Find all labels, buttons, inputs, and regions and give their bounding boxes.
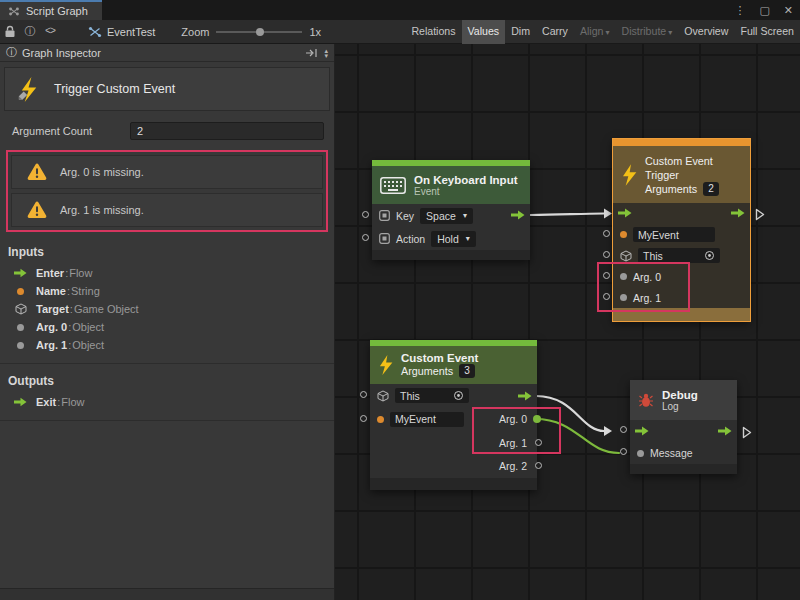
- input-port[interactable]: [360, 415, 367, 422]
- input-port[interactable]: [603, 272, 610, 279]
- overview-button[interactable]: Overview: [678, 20, 734, 44]
- node-custom-event[interactable]: Custom Event Arguments3 This MyEvent Arg…: [370, 340, 537, 490]
- dim-button[interactable]: Dim: [505, 20, 536, 44]
- flow-output-port[interactable]: [518, 391, 532, 401]
- warning-icon: [27, 163, 47, 181]
- distribute-button[interactable]: Distribute▾: [615, 20, 678, 44]
- key-dropdown[interactable]: Space▾: [420, 208, 473, 224]
- input-port[interactable]: [603, 293, 610, 300]
- connection-listener-to-debug[interactable]: [536, 396, 604, 431]
- lightning-icon: [621, 164, 637, 186]
- align-button[interactable]: Align▾: [574, 20, 616, 44]
- action-dropdown[interactable]: Hold▾: [431, 231, 476, 247]
- node-subtitle: Event: [414, 186, 518, 197]
- node-trigger-custom-event[interactable]: Custom Event Trigger Arguments2 MyEvent …: [613, 139, 750, 321]
- message-input-port[interactable]: [620, 448, 627, 455]
- input-port[interactable]: [603, 251, 610, 258]
- unity-script-graph-window: Script Graph ⋮ ▢ ✕ ⓘ <> EventTest Zoom 1…: [0, 0, 800, 600]
- carry-button[interactable]: Carry: [536, 20, 574, 44]
- tab-script-graph[interactable]: Script Graph: [0, 0, 102, 20]
- pin-enter: Enter:Flow: [0, 264, 334, 282]
- node-header[interactable]: On Keyboard Input Event: [372, 166, 530, 204]
- caret-down-icon: ▾: [466, 234, 470, 243]
- arg1-output-port[interactable]: [535, 439, 542, 446]
- lock-icon[interactable]: [0, 20, 20, 44]
- window-menu-icon[interactable]: ⋮: [727, 4, 752, 17]
- graph-canvas[interactable]: On Keyboard Input Event Key Space▾ Actio…: [335, 44, 800, 600]
- zoom-slider-handle[interactable]: [256, 28, 264, 36]
- connection-arg0-to-message[interactable]: [535, 419, 619, 453]
- connection-arrowhead: [604, 209, 612, 219]
- input-port[interactable]: [603, 230, 610, 237]
- code-view-icon[interactable]: <>: [40, 20, 60, 44]
- connection-keyboard-to-trigger[interactable]: [530, 214, 604, 216]
- flow-input-port[interactable]: [618, 208, 632, 218]
- node-header[interactable]: Debug Log: [630, 380, 737, 420]
- pin-name: Name:String: [0, 282, 334, 300]
- target-picker-icon[interactable]: [453, 390, 464, 401]
- flow-continue-triangle-icon: [742, 425, 752, 443]
- graph-asset[interactable]: EventTest: [88, 26, 155, 38]
- arg2-output-port[interactable]: [535, 462, 542, 469]
- node-header[interactable]: Custom Event Trigger Arguments2: [613, 146, 750, 203]
- spinner-icon[interactable]: ▴▾: [324, 48, 328, 58]
- graph-inspector-title: Graph Inspector: [22, 47, 101, 59]
- input-port[interactable]: [362, 211, 369, 218]
- object-dot-icon: [620, 273, 627, 280]
- warning-icon: [27, 201, 47, 219]
- input-port[interactable]: [360, 391, 367, 398]
- values-button[interactable]: Values: [462, 20, 506, 44]
- connection-arrowhead: [604, 426, 612, 436]
- object-dot-icon: [13, 324, 28, 331]
- target-row: This: [613, 245, 750, 266]
- arg1-label: Arg. 1: [633, 292, 661, 304]
- pin-target: Target:Game Object: [0, 300, 334, 318]
- key-row: Key Space▾: [372, 204, 530, 227]
- caret-down-icon: ▾: [668, 28, 672, 37]
- flow-output-port[interactable]: [718, 426, 732, 436]
- event-name-row: MyEvent: [613, 224, 750, 245]
- toolbar-toggles: Relations Values Dim Carry Align▾ Distri…: [405, 20, 800, 44]
- node-debug-log[interactable]: Debug Log Message: [630, 380, 737, 474]
- caret-down-icon: ▾: [605, 28, 609, 37]
- zoom-value: 1x: [309, 26, 321, 38]
- flow-output-port[interactable]: [731, 208, 745, 218]
- pin-arg1: Arg. 1:Object: [0, 336, 334, 354]
- relations-button[interactable]: Relations: [405, 20, 461, 44]
- argument-count-input[interactable]: 2: [130, 122, 324, 140]
- keycap-icon: [379, 233, 390, 244]
- arg0-label: Arg. 0: [633, 271, 661, 283]
- arg0-row: Arg. 0: [613, 266, 750, 287]
- node-on-keyboard-input[interactable]: On Keyboard Input Event Key Space▾ Actio…: [372, 160, 530, 260]
- object-dot-icon: [637, 450, 644, 457]
- dock-icon[interactable]: [305, 48, 318, 58]
- object-dot-icon: [620, 294, 627, 301]
- maximize-icon[interactable]: ▢: [752, 4, 776, 17]
- target-field[interactable]: This: [638, 248, 720, 263]
- close-icon[interactable]: ✕: [777, 4, 800, 17]
- target-picker-icon[interactable]: [704, 250, 715, 261]
- custom-event-unit-icon: [16, 76, 43, 103]
- unit-title: Trigger Custom Event: [54, 82, 175, 96]
- full-screen-button[interactable]: Full Screen: [734, 20, 800, 44]
- inspector-toggle-icon[interactable]: ⓘ: [20, 20, 40, 44]
- input-port[interactable]: [362, 234, 369, 241]
- keyboard-icon: [380, 177, 406, 194]
- divider: [0, 420, 334, 421]
- target-field[interactable]: This: [395, 388, 469, 403]
- event-name-field[interactable]: MyEvent: [390, 412, 464, 427]
- event-name-field[interactable]: MyEvent: [633, 227, 715, 242]
- object-dot-icon: [13, 342, 28, 349]
- zoom-slider[interactable]: [216, 31, 302, 33]
- node-header[interactable]: Custom Event Arguments3: [370, 346, 537, 384]
- input-port[interactable]: [620, 426, 627, 433]
- arg0-output-port[interactable]: [533, 415, 541, 423]
- flow-input-port[interactable]: [635, 426, 649, 436]
- tab-title: Script Graph: [26, 5, 88, 17]
- graph-inspector-header: ⓘ Graph Inspector ▴▾: [0, 44, 334, 62]
- flow-output-port[interactable]: [511, 210, 525, 220]
- node-title-line: Trigger: [645, 168, 719, 182]
- arg1-row: Arg. 1: [613, 287, 750, 308]
- outputs-header: Outputs: [0, 364, 334, 393]
- key-label: Key: [396, 210, 414, 222]
